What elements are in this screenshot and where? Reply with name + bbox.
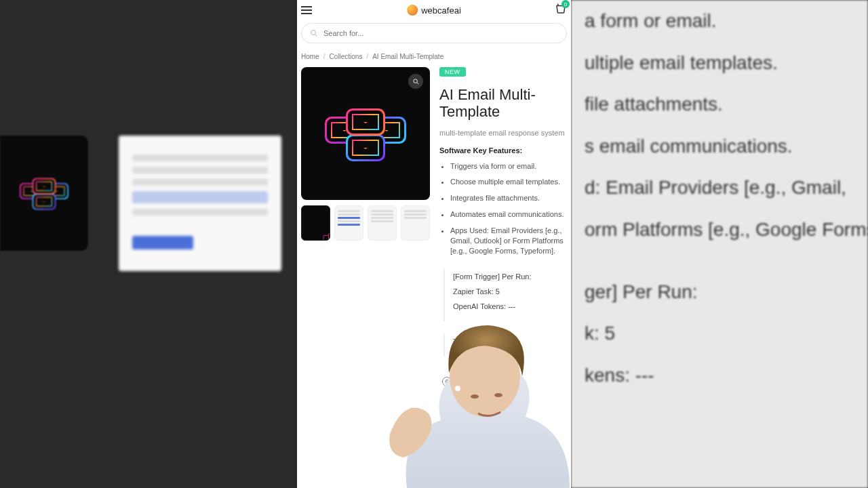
list-item: Triggers via form or email. xyxy=(450,161,567,171)
gallery xyxy=(301,67,430,408)
brand-name: webcafeai xyxy=(421,5,461,16)
bg-right-panel: a form or email. ultiple email templates… xyxy=(571,0,868,488)
run-title: [Form Trigger] Per Run: xyxy=(453,272,567,281)
thumbnail-strip xyxy=(301,205,430,241)
svg-point-1 xyxy=(413,79,417,83)
crumb-home[interactable]: Home xyxy=(301,53,319,60)
svg-point-0 xyxy=(311,30,316,35)
openai-icon: ◎ xyxy=(442,377,452,386)
run-line: Zapier Task: 5 xyxy=(453,287,567,296)
cart-count-badge: 0 xyxy=(561,0,570,8)
new-badge: NEW xyxy=(439,67,466,77)
run-title: Trigger] Per Run: xyxy=(453,338,567,346)
zoom-icon[interactable] xyxy=(408,74,423,89)
cart-button[interactable]: 0 xyxy=(555,3,567,18)
bg-thumbnail xyxy=(0,136,88,251)
run-block-2: Trigger] Per Run: xyxy=(443,333,567,357)
list-item: Choose multiple email templates. xyxy=(450,177,567,187)
search-bar[interactable] xyxy=(301,23,567,43)
topbar: webcafeai 0 xyxy=(297,0,571,20)
mobile-viewport: webcafeai 0 Home / Collections / AI Emai… xyxy=(297,0,571,488)
run-block-1: [Form Trigger] Per Run: Zapier Task: 5 O… xyxy=(443,268,567,321)
list-item: Automates email communications. xyxy=(450,209,567,220)
thumb-2[interactable] xyxy=(334,205,363,241)
features-heading: Software Key Features: xyxy=(439,146,567,155)
envelope-art-icon xyxy=(325,96,406,171)
crumb-current: AI Email Multi-Template xyxy=(372,53,443,60)
breadcrumb: Home / Collections / AI Email Multi-Temp… xyxy=(297,50,571,67)
brand[interactable]: webcafeai xyxy=(407,5,461,16)
product-subtitle: multi-template email response system xyxy=(439,129,567,137)
hero-image[interactable] xyxy=(301,67,430,200)
product-title: AI Email Multi-Template xyxy=(439,86,567,121)
thumb-4[interactable] xyxy=(401,205,430,241)
tag-gpt4: ◎ GPT-4 xyxy=(442,377,567,386)
bg-form-mock xyxy=(119,136,281,271)
features-list: Triggers via form or email. Choose multi… xyxy=(439,161,567,256)
floating-pill[interactable]: cial xyxy=(538,466,563,480)
product-area: NEW AI Email Multi-Template multi-templa… xyxy=(297,67,571,408)
tag-area: ◎ GPT-4 ertified xyxy=(439,377,567,401)
run-line: OpenAI Tokens: --- xyxy=(453,302,567,310)
search-icon xyxy=(310,29,318,37)
brand-logo-icon xyxy=(407,5,418,16)
list-item: Apps Used: Email Providers [e.g., Gmail,… xyxy=(450,226,567,256)
search-input[interactable] xyxy=(323,29,558,37)
tag-certified: ertified xyxy=(442,393,567,401)
crumb-collections[interactable]: Collections xyxy=(329,53,362,60)
menu-icon[interactable] xyxy=(301,6,312,14)
product-details: NEW AI Email Multi-Template multi-templa… xyxy=(439,67,567,408)
thumb-3[interactable] xyxy=(368,205,397,241)
list-item: Integrates file attachments. xyxy=(450,193,567,203)
thumb-1[interactable] xyxy=(301,205,330,241)
